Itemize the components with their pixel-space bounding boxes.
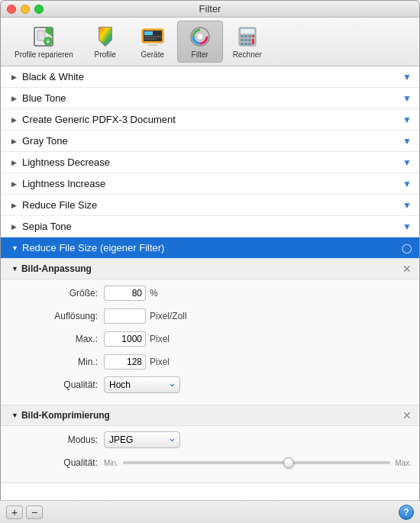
collapse-triangle-blue-tone: ▶ [11,95,19,102]
max-unit: Pixel [150,334,170,344]
modus-row: Modus: JPEG JPEG 2000 ZIP Keine [47,431,412,449]
svg-rect-18 [241,29,254,34]
close-button[interactable] [7,5,16,14]
chevron-down-icon-lightness-increase: ▼ [402,179,412,189]
svg-rect-11 [144,38,157,40]
svg-rect-19 [241,35,244,37]
bild-anpassung-title: Bild-Anpassung [21,263,92,274]
filter-row-black-white[interactable]: ▶ Black & White ▼ [1,66,419,88]
remove-filter-button[interactable]: − [26,505,43,519]
aufloesung-row: Auflösung: Pixel/Zoll [47,307,412,325]
svg-rect-20 [244,35,247,37]
modus-select[interactable]: JPEG JPEG 2000 ZIP Keine [104,431,180,448]
svg-rect-10 [144,36,161,37]
filter-row-blue-tone[interactable]: ▶ Blue Tone ▼ [1,88,419,109]
title-bar: Filter [1,1,419,18]
qualitaet-select-wrapper[interactable]: Niedrig Mittel Hoch Sehr hoch [104,376,180,393]
toolbar-label-geraete: Geräte [141,50,164,59]
qualitaet-row: Qualität: Niedrig Mittel Hoch Sehr hoch [47,376,412,394]
qualitaet-select[interactable]: Niedrig Mittel Hoch Sehr hoch [104,376,180,393]
min-label: Min.: [47,357,104,367]
min-row: Min.: Pixel [47,353,412,371]
svg-rect-25 [248,39,251,41]
window-controls[interactable] [7,5,44,14]
main-content: ▶ Black & White ▼ ▶ Blue Tone ▼ ▶ Create… [1,66,419,512]
filter-name-selected: Reduce File Size (eigener Filter) [22,242,164,253]
bild-komprimierung-section: ▼ Bild-Komprimierung ✕ Modus: JPEG JPEG … [1,405,419,483]
filter-icon [188,24,212,49]
section-triangle-bild-anpassung: ▼ [11,265,18,273]
collapse-triangle-gray-tone: ▶ [11,137,19,145]
collapse-triangle-lightness-decrease: ▶ [11,159,19,166]
max-label: Max.: [47,334,104,344]
collapse-triangle-lightness-increase: ▶ [11,180,19,188]
chevron-down-icon-blue-tone: ▼ [402,93,412,104]
close-bild-komprimierung-button[interactable]: ✕ [402,409,412,421]
collapse-triangle-sepia-tone: ▶ [11,223,19,231]
profile-icon [93,24,118,49]
toolbar-item-profile[interactable]: Profile [82,21,128,62]
bottom-left-buttons: + − [6,505,43,519]
bild-anpassung-section: ▼ Bild-Anpassung ✕ Größe: % Auflösung: P… [1,259,419,405]
chevron-down-icon-create-generic: ▼ [402,115,412,125]
collapse-triangle-reduce-file-size: ▶ [11,202,19,209]
toolbar-label-profile: Profile [95,50,116,59]
bild-anpassung-header: ▼ Bild-Anpassung ✕ [1,259,419,279]
modus-select-wrapper[interactable]: JPEG JPEG 2000 ZIP Keine [104,431,180,448]
aufloesung-input[interactable] [104,308,146,324]
min-unit: Pixel [150,357,170,367]
filter-name-sepia-tone: Sepia Tone [22,221,72,232]
aufloesung-label: Auflösung: [47,311,104,321]
filter-name-reduce-file-size: Reduce File Size [22,199,97,211]
toolbar-item-geraete[interactable]: Geräte [130,21,176,62]
toolbar-item-profile-repair[interactable]: + Profile reparieren [7,21,81,62]
rechner-icon [235,24,260,49]
toolbar-item-rechner[interactable]: Rechner [225,21,270,62]
chevron-down-icon-lightness-decrease: ▼ [402,157,412,168]
bild-anpassung-form: Größe: % Auflösung: Pixel/Zoll Max.: Pix… [1,279,419,405]
window-title: Filter [199,3,221,15]
slider-track[interactable] [123,461,390,464]
toolbar-label-rechner: Rechner [233,50,262,59]
chevron-icon-selected: ◯ [402,243,412,253]
profile-repair-icon: + [31,24,56,49]
add-filter-button[interactable]: + [6,505,23,519]
svg-rect-26 [252,39,254,44]
groesse-label: Größe: [47,288,104,299]
svg-rect-23 [241,39,244,41]
max-input[interactable] [104,331,146,347]
toolbar-label-filter: Filter [192,50,208,59]
close-bild-anpassung-button[interactable]: ✕ [402,263,412,275]
filter-row-create-generic[interactable]: ▶ Create Generic PDFX-3 Document ▼ [1,109,419,131]
minimize-button[interactable] [21,5,30,14]
qualitaet-slider-row: Qualität: Min. Max. [47,454,412,472]
svg-rect-1 [37,31,45,40]
filter-name-black-white: Black & White [22,71,84,82]
help-button[interactable]: ? [399,505,414,520]
toolbar: + Profile reparieren Profile [1,18,419,66]
svg-rect-24 [244,39,247,41]
min-input[interactable] [104,354,146,370]
svg-rect-9 [144,31,153,35]
filter-row-selected[interactable]: ▼ Reduce File Size (eigener Filter) ◯ [1,237,419,259]
bild-komprimierung-title: Bild-Komprimierung [21,410,110,421]
maximize-button[interactable] [34,5,44,14]
svg-rect-8 [148,44,157,46]
filter-row-lightness-decrease[interactable]: ▶ Lightness Decrease ▼ [1,152,419,173]
qualitaet-label: Qualität: [47,379,104,390]
filter-row-reduce-file-size[interactable]: ▶ Reduce File Size ▼ [1,195,419,216]
filter-name-create-generic: Create Generic PDFX-3 Document [22,114,176,125]
toolbar-item-filter[interactable]: Filter [177,21,223,63]
svg-rect-28 [244,43,247,45]
filter-row-lightness-increase[interactable]: ▶ Lightness Increase ▼ [1,173,419,195]
bottom-bar: + − ? [0,500,420,523]
slider-thumb[interactable] [283,457,294,468]
qualitaet-slider-label: Qualität: [47,457,104,468]
svg-rect-22 [252,35,254,37]
collapse-triangle-black-white: ▶ [11,73,19,81]
aufloesung-unit: Pixel/Zoll [150,311,187,321]
filter-row-gray-tone[interactable]: ▶ Gray Tone ▼ [1,131,419,152]
groesse-input[interactable] [104,286,146,301]
bild-anpassung-title-area: ▼ Bild-Anpassung [11,263,92,274]
filter-row-sepia-tone[interactable]: ▶ Sepia Tone ▼ [1,216,419,237]
